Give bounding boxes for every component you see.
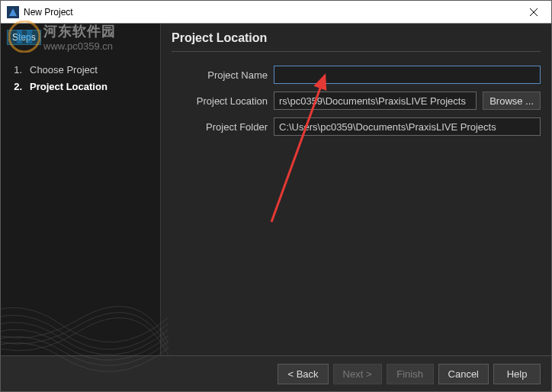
cancel-button[interactable]: Cancel bbox=[438, 364, 489, 384]
step-number: 2. bbox=[11, 79, 22, 95]
back-button[interactable]: < Back bbox=[278, 364, 328, 384]
titlebar: New Project bbox=[1, 1, 551, 24]
app-icon bbox=[7, 6, 19, 18]
page-title: Project Location bbox=[172, 31, 541, 52]
window-title: New Project bbox=[24, 7, 516, 18]
close-button[interactable] bbox=[516, 1, 551, 24]
wizard-content: Steps 1. Choose Project 2. Project Locat… bbox=[1, 24, 551, 355]
row-project-folder: Project Folder bbox=[172, 117, 541, 136]
next-button[interactable]: Next > bbox=[333, 364, 382, 384]
step-item-choose-project: 1. Choose Project bbox=[11, 62, 152, 79]
row-project-location: Project Location Browse ... bbox=[172, 92, 541, 110]
wizard-footer: < Back Next > Finish Cancel Help bbox=[1, 355, 551, 392]
project-name-input[interactable] bbox=[274, 66, 541, 84]
label-project-name: Project Name bbox=[172, 69, 268, 81]
step-number: 1. bbox=[11, 62, 22, 79]
browse-button[interactable]: Browse ... bbox=[483, 92, 541, 110]
step-label: Project Location bbox=[30, 79, 108, 95]
row-project-name: Project Name bbox=[172, 66, 541, 84]
step-item-project-location: 2. Project Location bbox=[11, 79, 152, 95]
step-label: Choose Project bbox=[30, 62, 98, 79]
label-project-folder: Project Folder bbox=[172, 121, 268, 133]
steps-heading: Steps bbox=[7, 30, 41, 45]
project-folder-input[interactable] bbox=[274, 117, 541, 136]
label-project-location: Project Location bbox=[172, 95, 268, 107]
steps-sidebar: Steps 1. Choose Project 2. Project Locat… bbox=[1, 24, 161, 355]
project-location-input[interactable] bbox=[274, 92, 477, 110]
step-list: 1. Choose Project 2. Project Location bbox=[8, 62, 152, 95]
close-icon bbox=[530, 8, 538, 16]
finish-button[interactable]: Finish bbox=[387, 364, 434, 384]
help-button[interactable]: Help bbox=[493, 364, 541, 384]
main-panel: Project Location Project Name Project Lo… bbox=[161, 24, 551, 355]
